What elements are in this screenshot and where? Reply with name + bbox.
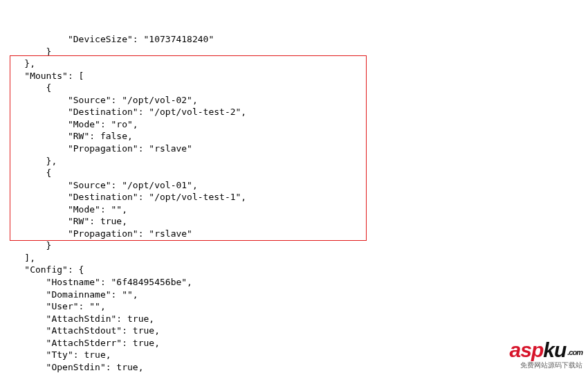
watermark-brand-black: ku	[543, 338, 566, 361]
watermark-brand: aspku.com	[510, 340, 582, 361]
watermark-brand-red: asp	[510, 338, 544, 361]
watermark-subtitle: 免费网站源码下载站	[510, 362, 582, 369]
watermark-tld: .com	[567, 348, 582, 356]
watermark: aspku.com 免费网站源码下载站	[510, 340, 582, 369]
json-output: "DeviceSize": "10737418240" } }, "Mounts…	[3, 33, 246, 373]
code-block: "DeviceSize": "10737418240" } }, "Mounts…	[0, 0, 246, 373]
